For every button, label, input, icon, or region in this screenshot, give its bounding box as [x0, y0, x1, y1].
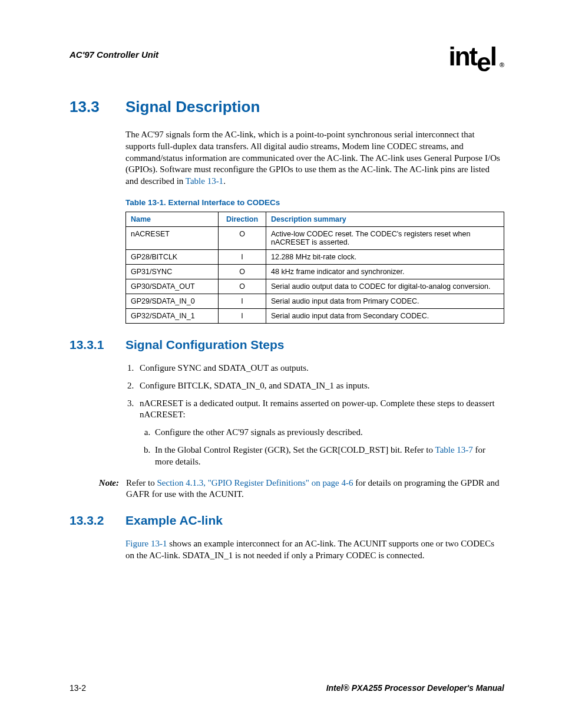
heading-13-3-2: 13.3.2 Example AC-link [70, 513, 504, 528]
header-section-title: AC'97 Controller Unit [70, 44, 158, 60]
col-direction: Direction [219, 212, 266, 226]
page-footer: 13-2 Intel® PXA255 Processor Developer's… [70, 683, 504, 693]
heading-number: 13.3.1 [70, 338, 125, 352]
heading-number: 13.3.2 [70, 513, 125, 528]
page: AC'97 Controller Unit intel® 13.3 Signal… [0, 0, 562, 728]
note-label: Note: [88, 477, 119, 501]
table-row: GP32/SDATA_IN_1 I Serial audio input dat… [126, 308, 504, 323]
table-row: nACRESET O Active-low CODEC reset. The C… [126, 226, 504, 249]
list-item: nACRESET is a dedicated output. It remai… [136, 398, 504, 468]
note-text: Refer to Section 4.1.3, "GPIO Register D… [126, 477, 504, 501]
list-item: Configure SYNC and SDATA_OUT as outputs. [136, 363, 504, 374]
steps-list: Configure SYNC and SDATA_OUT as outputs.… [125, 363, 504, 468]
table-row: GP30/SDATA_OUT O Serial audio output dat… [126, 279, 504, 294]
link-table-13-1[interactable]: Table 13-1 [186, 176, 223, 186]
para-13-3: The AC'97 signals form the AC-link, whic… [125, 129, 504, 187]
codec-table: Name Direction Description summary nACRE… [125, 212, 504, 324]
page-header: AC'97 Controller Unit intel® [70, 44, 504, 70]
note-block: Note: Refer to Section 4.1.3, "GPIO Regi… [70, 477, 504, 501]
intel-logo: intel® [449, 44, 504, 70]
table-header-row: Name Direction Description summary [126, 212, 504, 226]
link-section-4-1-3[interactable]: Section 4.1.3, "GPIO Register Definition… [157, 478, 353, 487]
list-item: Configure BITCLK, SDATA_IN_0, and SDATA_… [136, 380, 504, 392]
registered-icon: ® [500, 62, 504, 68]
sub-steps-list: Configure the other AC'97 signals as pre… [140, 427, 504, 467]
table-row: GP31/SYNC O 48 kHz frame indicator and s… [126, 264, 504, 279]
heading-title: Signal Configuration Steps [125, 338, 285, 352]
heading-13-3: 13.3 Signal Description [70, 98, 504, 116]
page-number: 13-2 [70, 683, 86, 693]
table-caption: Table 13-1. External Interface to CODECs [125, 198, 504, 207]
col-description: Description summary [266, 212, 504, 226]
heading-number: 13.3 [70, 98, 125, 116]
table-row: GP28/BITCLK I 12.288 MHz bit-rate clock. [126, 249, 504, 264]
list-item: In the Global Control Register (GCR), Se… [153, 444, 504, 468]
link-table-13-7[interactable]: Table 13-7 [435, 445, 473, 454]
link-figure-13-1[interactable]: Figure 13-1 [125, 539, 167, 548]
para-13-3-2: Figure 13-1 shows an example interconnec… [125, 538, 504, 562]
table-row: GP29/SDATA_IN_0 I Serial audio input dat… [126, 294, 504, 308]
heading-title: Signal Description [125, 98, 260, 116]
heading-13-3-1: 13.3.1 Signal Configuration Steps [70, 338, 504, 352]
manual-title: Intel® PXA255 Processor Developer's Manu… [326, 683, 504, 693]
col-name: Name [126, 212, 219, 226]
heading-title: Example AC-link [125, 513, 223, 528]
list-item: Configure the other AC'97 signals as pre… [153, 427, 504, 439]
